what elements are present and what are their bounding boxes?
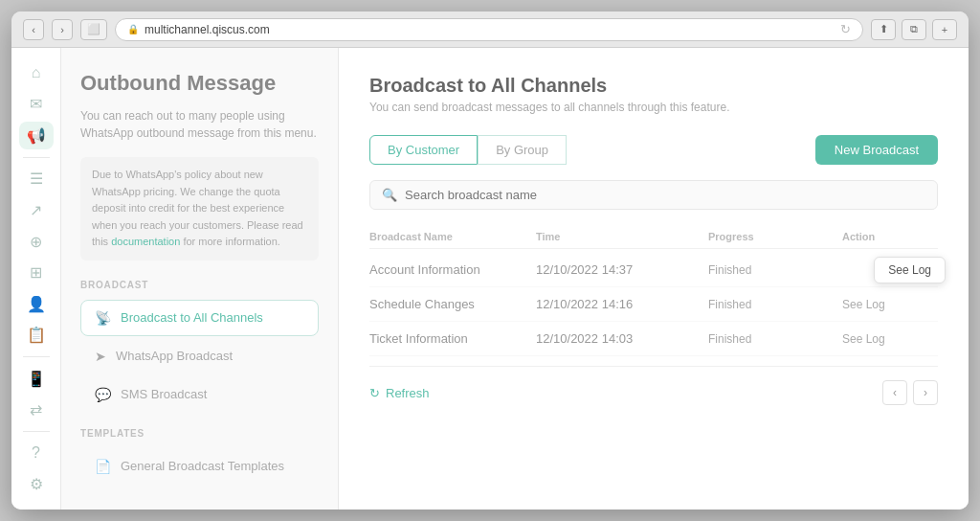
browser-window: ‹ › ⬜ 🔒 multichannel.qiscus.com ↻ ⬆ ⧉ + … <box>11 11 969 510</box>
nav-sms-label: SMS Broadcast <box>121 387 207 401</box>
tab-by-customer[interactable]: By Customer <box>369 135 478 165</box>
refresh-icon: ↻ <box>369 386 380 400</box>
url-text: multichannel.qiscus.com <box>145 23 270 36</box>
sidebar-divider-2 <box>23 356 50 357</box>
lock-icon: 🔒 <box>127 24 139 34</box>
doc-link[interactable]: documentation <box>111 236 180 247</box>
info-box: Due to WhatsApp's policy about new Whats… <box>80 157 319 260</box>
main-title: Broadcast to All Channels <box>369 75 938 97</box>
sms-icon: 💬 <box>95 387 111 402</box>
row1-time: 12/10/2022 14:37 <box>536 262 708 277</box>
whatsapp-icon: ➤ <box>95 349 106 364</box>
sidebar-report-icon[interactable]: ☰ <box>19 166 54 193</box>
sidebar-mobile-icon[interactable]: 📱 <box>19 365 54 393</box>
table-row: Schedule Changes 12/10/2022 14:16 Finish… <box>369 287 938 322</box>
templates-section-label: TEMPLATES <box>80 428 319 439</box>
sidebar-divider-3 <box>23 431 50 432</box>
templates-icon: 📄 <box>95 459 111 474</box>
broadcast-section-label: BROADCAST <box>80 280 319 290</box>
tooltip-text: See Log <box>888 263 931 277</box>
nav-whatsapp-broadcast[interactable]: ➤ WhatsApp Broadcast <box>80 338 319 374</box>
search-icon: 🔍 <box>382 188 397 202</box>
new-broadcast-button[interactable]: New Broadcast <box>815 135 938 165</box>
pagination: ‹ › <box>882 380 938 405</box>
sidebar-message-icon[interactable]: ✉ <box>19 91 54 119</box>
sidebar-contact-icon[interactable]: 👤 <box>19 290 54 318</box>
table-row: Ticket Information 12/10/2022 14:03 Fini… <box>369 322 938 356</box>
row2-action[interactable]: See Log <box>842 298 938 311</box>
next-page-button[interactable]: › <box>913 380 938 405</box>
panel-title: Outbound Message <box>80 71 319 96</box>
header-name: Broadcast Name <box>369 231 536 242</box>
sidebar-settings-icon[interactable]: ⚙ <box>19 471 54 499</box>
search-bar: 🔍 <box>369 180 938 210</box>
reload-icon[interactable]: ↻ <box>840 22 851 36</box>
browser-actions: ⬆ ⧉ + <box>871 19 957 40</box>
browser-chrome: ‹ › ⬜ 🔒 multichannel.qiscus.com ↻ ⬆ ⧉ + <box>11 11 969 48</box>
row3-time: 12/10/2022 14:03 <box>536 331 708 346</box>
sidebar-catalog-icon[interactable]: 📋 <box>19 322 54 350</box>
main-content: Broadcast to All Channels You can send b… <box>339 48 969 510</box>
sidebar-divider <box>23 157 50 158</box>
new-tab-button[interactable]: + <box>932 19 957 40</box>
row2-progress: Finished <box>708 298 842 311</box>
tab-by-group[interactable]: By Group <box>478 135 567 165</box>
duplicate-button[interactable]: ⧉ <box>902 19 926 40</box>
bottom-bar: ↻ Refresh ‹ › <box>369 366 938 405</box>
nav-templates-label: General Broadcast Templates <box>121 459 284 473</box>
url-bar[interactable]: 🔒 multichannel.qiscus.com ↻ <box>115 18 863 41</box>
row1-progress: Finished <box>708 263 842 277</box>
nav-broadcast-all-label: Broadcast to All Channels <box>121 310 263 325</box>
header-time: Time <box>536 231 708 242</box>
table-row: Account Information 12/10/2022 14:37 Fin… <box>369 253 938 287</box>
share-button[interactable]: ⬆ <box>871 19 896 40</box>
tooltip-see-log[interactable]: See Log <box>874 257 946 283</box>
nav-whatsapp-label: WhatsApp Broadcast <box>116 349 233 363</box>
prev-page-button[interactable]: ‹ <box>882 380 907 405</box>
header-progress: Progress <box>708 231 842 242</box>
forward-button[interactable]: › <box>52 19 73 40</box>
nav-sms-broadcast[interactable]: 💬 SMS Broadcast <box>80 376 319 413</box>
panel-desc: You can reach out to many people using W… <box>80 107 319 142</box>
main-subtitle: You can send broadcast messages to all c… <box>369 101 938 114</box>
broadcast-all-icon: 📡 <box>95 310 111 326</box>
sidebar-broadcast-icon[interactable]: 📢 <box>19 122 54 149</box>
sidebar-integration-icon[interactable]: ⊕ <box>19 228 54 256</box>
sidebar-flow-icon[interactable]: ⇄ <box>19 396 54 424</box>
back-button[interactable]: ‹ <box>23 19 44 40</box>
header-action: Action <box>842 231 938 242</box>
sidebar-apps-icon[interactable]: ⊞ <box>19 259 54 286</box>
left-panel: Outbound Message You can reach out to ma… <box>61 48 339 510</box>
row3-name: Ticket Information <box>369 331 536 346</box>
row2-name: Schedule Changes <box>369 297 536 311</box>
row3-progress: Finished <box>708 332 842 346</box>
sidebar-help-icon[interactable]: ? <box>19 440 54 467</box>
refresh-button[interactable]: ↻ Refresh <box>369 386 430 400</box>
search-input[interactable] <box>405 188 925 202</box>
nav-broadcast-all[interactable]: 📡 Broadcast to All Channels <box>80 300 319 336</box>
row1-name: Account Information <box>369 262 536 277</box>
sidebar-home-icon[interactable]: ⌂ <box>19 59 54 87</box>
nav-general-templates[interactable]: 📄 General Broadcast Templates <box>80 448 319 485</box>
tab-button[interactable]: ⬜ <box>80 19 107 40</box>
sidebar-chart-icon[interactable]: ↗ <box>19 196 54 224</box>
tabs-row: By Customer By Group New Broadcast <box>369 135 938 165</box>
row3-action[interactable]: See Log <box>842 332 938 346</box>
table-header: Broadcast Name Time Progress Action <box>369 225 938 249</box>
refresh-label: Refresh <box>386 386 430 400</box>
sidebar: ⌂ ✉ 📢 ☰ ↗ ⊕ ⊞ 👤 📋 📱 ⇄ ? ⚙ <box>11 48 61 510</box>
app-body: ⌂ ✉ 📢 ☰ ↗ ⊕ ⊞ 👤 📋 📱 ⇄ ? ⚙ Outbound Messa… <box>11 48 969 510</box>
row2-time: 12/10/2022 14:16 <box>536 297 708 311</box>
info-text-end: for more information. <box>183 236 279 247</box>
